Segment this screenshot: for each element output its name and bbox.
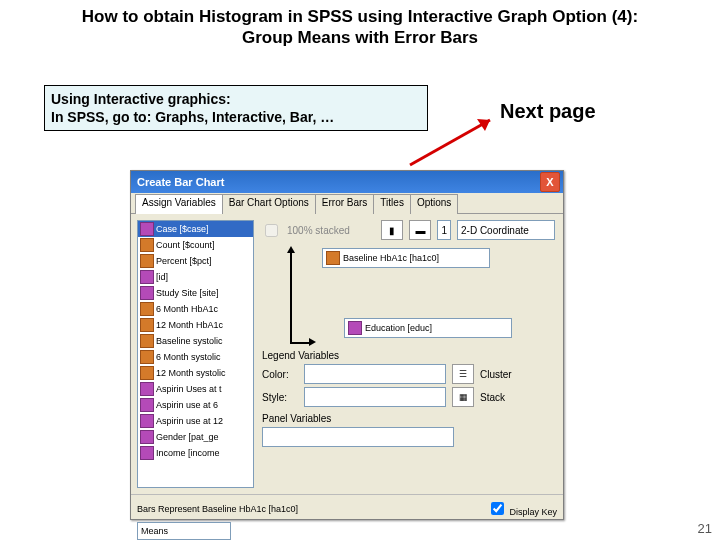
list-item[interactable]: Percent [$pct]: [138, 253, 253, 269]
scale-icon: [140, 334, 154, 348]
category-icon: [140, 286, 154, 300]
bars-represent-label: Bars Represent Baseline HbA1c [ha1c0]: [137, 504, 298, 514]
category-icon: [140, 446, 154, 460]
category-icon: [140, 414, 154, 428]
x-axis-target[interactable]: Education [educ]: [344, 318, 512, 338]
scale-icon: [140, 350, 154, 364]
next-page-label: Next page: [500, 100, 596, 123]
scale-icon: [140, 302, 154, 316]
svg-line-0: [410, 120, 490, 165]
color-field[interactable]: [304, 364, 446, 384]
hint-line-2: In SPSS, go to: Graphs, Interactive, Bar…: [51, 109, 334, 125]
stacked-checkbox[interactable]: [265, 224, 278, 237]
dialog-body: Case [$case] Count [$count] Percent [$pc…: [131, 214, 563, 494]
close-button[interactable]: X: [540, 172, 560, 192]
style-row: Style: ▦ Stack: [262, 387, 555, 407]
list-item[interactable]: Aspirin use at 12: [138, 413, 253, 429]
panel-field[interactable]: [262, 427, 454, 447]
color-row: Color: ☰ Cluster: [262, 364, 555, 384]
category-icon: [140, 222, 154, 236]
variable-list[interactable]: Case [$case] Count [$count] Percent [$pc…: [137, 220, 254, 488]
panel-heading: Panel Variables: [262, 413, 555, 424]
category-icon: [348, 321, 362, 335]
list-item[interactable]: Count [$count]: [138, 237, 253, 253]
scale-icon: [140, 318, 154, 332]
summary-function-select[interactable]: Means: [137, 522, 231, 540]
list-item[interactable]: 12 Month systolic: [138, 365, 253, 381]
tab-titles[interactable]: Titles: [373, 194, 411, 214]
title-bar[interactable]: Create Bar Chart X: [131, 171, 563, 193]
bottom-strip: Bars Represent Baseline HbA1c [ha1c0] Di…: [131, 494, 563, 540]
assignment-pane: 100% stacked ▮ ▬ 1 2-D Coordinate Baseli…: [254, 214, 563, 494]
scale-icon: [140, 366, 154, 380]
scale-icon: [140, 254, 154, 268]
style-label: Style:: [262, 392, 298, 403]
cluster-button[interactable]: ☰: [452, 364, 474, 384]
axes-icon: [290, 252, 310, 344]
tab-strip: Assign Variables Bar Chart Options Error…: [131, 193, 563, 214]
close-icon: X: [546, 176, 553, 188]
panel-row: [262, 427, 555, 447]
title-line-1: How to obtain Histogram in SPSS using In…: [82, 7, 638, 26]
window-title: Create Bar Chart: [134, 176, 224, 188]
list-item[interactable]: Aspirin use at 6: [138, 397, 253, 413]
display-key-checkbox[interactable]: [491, 502, 504, 515]
scale-icon: [326, 251, 340, 265]
color-label: Color:: [262, 369, 298, 380]
category-icon: [140, 382, 154, 396]
list-item[interactable]: [id]: [138, 269, 253, 285]
slide-title: How to obtain Histogram in SPSS using In…: [0, 0, 720, 49]
arrow-to-next: [405, 105, 505, 175]
hint-line-1: Using Interactive graphics:: [51, 91, 231, 107]
title-line-2: Group Means with Error Bars: [242, 28, 478, 47]
coordinate-select[interactable]: 1: [437, 220, 451, 240]
list-item[interactable]: Aspirin Uses at t: [138, 381, 253, 397]
list-item[interactable]: 6 Month HbA1c: [138, 301, 253, 317]
scale-icon: [140, 238, 154, 252]
tab-error-bars[interactable]: Error Bars: [315, 194, 375, 214]
stack-label: Stack: [480, 392, 505, 403]
spss-dialog: Create Bar Chart X Assign Variables Bar …: [130, 170, 564, 520]
stack-button[interactable]: ▦: [452, 387, 474, 407]
list-item[interactable]: Income [income: [138, 445, 253, 461]
stacked-label: 100% stacked: [287, 225, 350, 236]
display-key-label: Display Key: [509, 507, 557, 517]
chart-type-button-2[interactable]: ▬: [409, 220, 431, 240]
coordinate-dim-select[interactable]: 2-D Coordinate: [457, 220, 555, 240]
tab-options[interactable]: Options: [410, 194, 458, 214]
category-icon: [140, 270, 154, 284]
top-controls: 100% stacked ▮ ▬ 1 2-D Coordinate: [262, 220, 555, 240]
tab-assign-variables[interactable]: Assign Variables: [135, 194, 223, 214]
chart-type-button-1[interactable]: ▮: [381, 220, 403, 240]
list-item[interactable]: Baseline systolic: [138, 333, 253, 349]
tab-bar-chart-options[interactable]: Bar Chart Options: [222, 194, 316, 214]
legend-heading: Legend Variables: [262, 350, 555, 361]
y-axis-target[interactable]: Baseline HbA1c [ha1c0]: [322, 248, 490, 268]
style-field[interactable]: [304, 387, 446, 407]
category-icon: [140, 398, 154, 412]
slide-number: 21: [698, 521, 712, 536]
list-item[interactable]: Case [$case]: [138, 221, 253, 237]
list-item[interactable]: 6 Month systolic: [138, 349, 253, 365]
instruction-box: Using Interactive graphics: In SPSS, go …: [44, 85, 428, 131]
category-icon: [140, 430, 154, 444]
cluster-label: Cluster: [480, 369, 512, 380]
list-item[interactable]: Study Site [site]: [138, 285, 253, 301]
list-item[interactable]: 12 Month HbA1c: [138, 317, 253, 333]
axes-zone: Baseline HbA1c [ha1c0] Education [educ]: [262, 248, 555, 344]
list-item[interactable]: Gender [pat_ge: [138, 429, 253, 445]
